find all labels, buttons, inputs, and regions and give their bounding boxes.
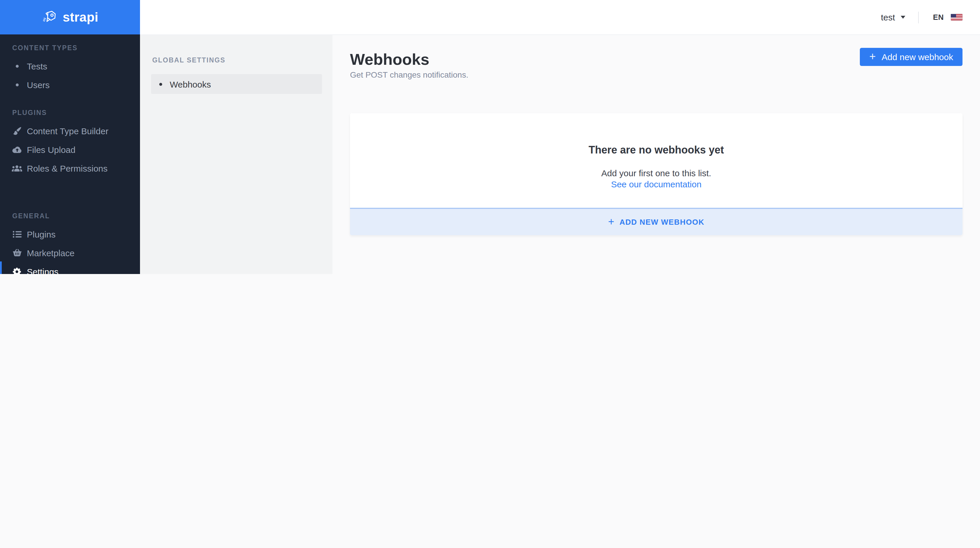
sidebar-item-plugins[interactable]: Plugins	[0, 225, 140, 243]
bullet-icon	[12, 64, 22, 67]
empty-state-text: Add your first one to this list.	[350, 169, 963, 178]
paint-brush-icon	[12, 126, 22, 135]
rocket-icon	[42, 10, 57, 25]
app-window: strapi test EN CONTENT TYPES Tests Users	[0, 0, 980, 274]
us-flag-icon	[951, 14, 963, 21]
basket-icon	[12, 249, 22, 257]
gear-icon	[12, 267, 22, 274]
global-settings-heading: GLOBAL SETTINGS	[152, 57, 332, 64]
user-name: test	[881, 12, 895, 22]
topbar-divider	[918, 11, 919, 23]
sidebar-item-label: Settings	[27, 266, 58, 274]
empty-state-title: There are no webhooks yet	[350, 113, 963, 157]
users-icon	[12, 164, 22, 172]
sidebar-item-label: Tests	[27, 61, 47, 71]
sidebar-item-tests[interactable]: Tests	[0, 57, 140, 75]
sidebar-section-plugins: PLUGINS Content Type Builder	[0, 109, 140, 177]
add-new-webhook-label: Add new webhook	[882, 52, 953, 62]
locale-switcher[interactable]: EN	[933, 13, 963, 22]
sidebar-item-label: Content Type Builder	[27, 126, 108, 136]
add-new-webhook-button[interactable]: + Add new webhook	[860, 48, 963, 66]
subnav-item-label: Webhooks	[170, 79, 211, 89]
chevron-down-icon	[901, 16, 905, 19]
sidebar-item-settings[interactable]: Settings	[0, 262, 140, 274]
main-content: Webhooks Get POST changes notifications.…	[332, 35, 980, 274]
sidebar-item-label: Marketplace	[27, 248, 75, 258]
locale-code: EN	[933, 13, 944, 22]
sidebar-item-label: Files Upload	[27, 145, 76, 155]
documentation-link[interactable]: See our documentation	[350, 180, 963, 189]
section-label-general: GENERAL	[12, 212, 140, 220]
user-menu-toggle[interactable]: test	[881, 12, 905, 22]
section-label-plugins: PLUGINS	[12, 109, 140, 116]
global-settings-panel: GLOBAL SETTINGS Webhooks	[140, 35, 332, 274]
sidebar-item-label: Plugins	[27, 229, 56, 239]
cloud-upload-icon	[12, 146, 22, 153]
sidebar-section-general: GENERAL Plugins	[0, 212, 140, 274]
bullet-icon	[159, 83, 162, 86]
subnav-item-webhooks[interactable]: Webhooks	[151, 74, 322, 94]
brand-name: strapi	[63, 10, 98, 25]
empty-state: There are no webhooks yet Add your first…	[350, 113, 963, 208]
sidebar-item-roles-permissions[interactable]: Roles & Permissions	[0, 159, 140, 177]
sidebar-item-marketplace[interactable]: Marketplace	[0, 243, 140, 262]
sidebar: CONTENT TYPES Tests Users PLUGINS	[0, 34, 140, 274]
sidebar-item-label: Roles & Permissions	[27, 163, 108, 173]
strapi-logo[interactable]: strapi	[0, 0, 140, 34]
plus-icon: +	[869, 51, 876, 62]
section-label-content-types: CONTENT TYPES	[12, 45, 140, 51]
list-icon	[12, 230, 22, 238]
sidebar-section-content-types: CONTENT TYPES Tests Users	[0, 45, 140, 94]
sidebar-item-label: Users	[27, 80, 49, 89]
sidebar-item-files-upload[interactable]: Files Upload	[0, 140, 140, 159]
sidebar-item-users[interactable]: Users	[0, 75, 140, 94]
page-subtitle: Get POST changes notifications.	[350, 69, 963, 80]
sidebar-item-content-type-builder[interactable]: Content Type Builder	[0, 121, 140, 140]
plus-icon: +	[608, 216, 614, 227]
bullet-icon	[12, 83, 22, 86]
add-new-webhook-row-label: ADD NEW WEBHOOK	[619, 218, 705, 226]
topbar: test EN	[140, 0, 980, 35]
add-new-webhook-row-button[interactable]: + ADD NEW WEBHOOK	[350, 208, 963, 235]
page-header: Webhooks Get POST changes notifications.…	[350, 51, 963, 113]
webhooks-empty-card: There are no webhooks yet Add your first…	[350, 113, 963, 235]
